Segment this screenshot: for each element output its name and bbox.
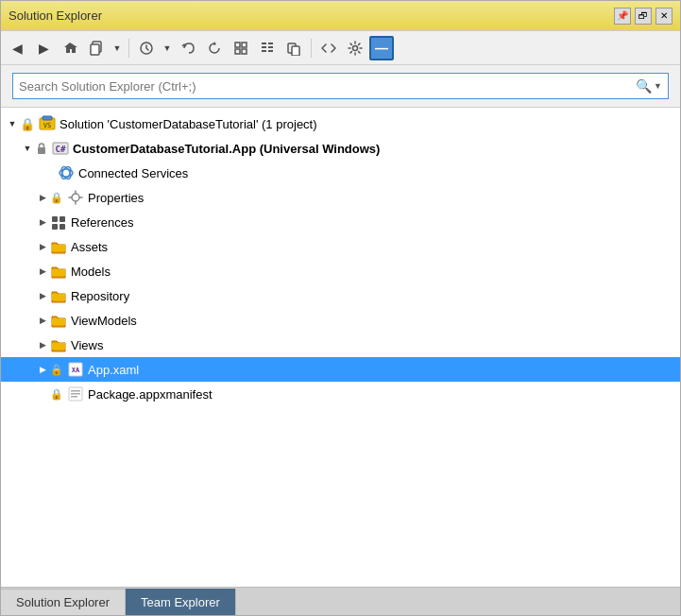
copy-dropdown-button[interactable]: ▼ [111, 36, 124, 60]
views-folder-icon [50, 336, 67, 353]
appxaml-label: App.xaml [88, 363, 139, 377]
tree-item-connected-services[interactable]: ▶ Connected Services [1, 161, 680, 185]
models-label: Models [71, 265, 111, 279]
appxaml-lock-icon: 🔒 [50, 364, 63, 376]
search-input[interactable] [19, 79, 636, 94]
forward-button[interactable]: ▶ [31, 36, 56, 60]
svg-rect-27 [60, 216, 65, 222]
history-dropdown-button[interactable]: ▼ [161, 36, 174, 60]
solution-root-item[interactable]: ▼ 🔒 VS Solution 'CustomerDatabaseTutoria… [1, 111, 680, 136]
collapse-button[interactable] [229, 36, 253, 60]
svg-rect-9 [268, 43, 273, 44]
refresh-button[interactable] [202, 36, 227, 60]
copy2-button[interactable] [281, 36, 306, 60]
svg-rect-5 [235, 49, 240, 54]
tree-item-viewmodels[interactable]: ▶ ViewModels [1, 308, 680, 333]
properties-expander[interactable]: ▶ [35, 190, 50, 205]
assets-folder-icon [50, 238, 67, 255]
undo-button[interactable] [176, 36, 200, 60]
search-icon[interactable]: 🔍 [636, 78, 652, 94]
assets-expander[interactable]: ▶ [35, 239, 50, 254]
models-expander[interactable]: ▶ [35, 264, 50, 279]
tree-item-packagemanifest[interactable]: ▶ 🔒 Package.appxmanifest [1, 382, 680, 406]
solution-explorer-window: Solution Explorer 📌 🗗 ✕ ◀ ▶ ▼ [0, 0, 681, 616]
connected-services-icon [58, 164, 75, 181]
properties-lock-icon: 🔒 [50, 192, 63, 204]
tree-item-views[interactable]: ▶ Views [1, 333, 680, 357]
search-dropdown-button[interactable]: ▼ [652, 81, 662, 91]
bottom-tabs: Solution Explorer Team Explorer [1, 587, 680, 615]
title-bar: Solution Explorer 📌 🗗 ✕ [1, 1, 680, 31]
filter-button[interactable] [255, 36, 280, 60]
tab-solution-explorer-label: Solution Explorer [16, 595, 110, 609]
solution-label: Solution 'CustomerDatabaseTutorial' (1 p… [60, 117, 317, 131]
code-button[interactable] [316, 36, 341, 60]
project-expander[interactable]: ▼ [20, 141, 35, 156]
assets-label: Assets [71, 240, 108, 254]
project-icon: C# [52, 140, 69, 157]
solution-lock-icon: 🔒 [20, 117, 35, 131]
svg-text:C#: C# [56, 145, 66, 154]
svg-rect-8 [262, 46, 266, 48]
properties-label: Properties [88, 191, 144, 205]
toolbar: ◀ ▶ ▼ ▼ [1, 31, 680, 65]
svg-rect-3 [235, 43, 240, 47]
toolbar-separator-1 [128, 39, 129, 58]
tree-item-repository[interactable]: ▶ Repository [1, 283, 680, 308]
svg-point-15 [353, 45, 358, 50]
active-button[interactable]: — [369, 36, 394, 60]
svg-rect-19 [38, 147, 45, 154]
tree-item-properties[interactable]: ▶ 🔒 Properties [1, 185, 680, 210]
tree-item-assets[interactable]: ▶ Assets [1, 234, 680, 259]
tree-item-references[interactable]: ▶ References [1, 210, 680, 234]
pin-button[interactable]: 📌 [614, 8, 631, 25]
project-item[interactable]: ▼ C# CustomerDatabaseTutorial.App (Unive… [1, 136, 680, 161]
search-bar: 🔍 ▼ [12, 73, 669, 99]
title-bar-text: Solution Explorer [9, 9, 614, 23]
tab-team-explorer[interactable]: Team Explorer [126, 589, 236, 615]
views-expander[interactable]: ▶ [35, 337, 50, 352]
svg-rect-11 [262, 50, 266, 52]
svg-rect-4 [242, 43, 247, 47]
close-button[interactable]: ✕ [655, 8, 672, 25]
tree-item-appxaml[interactable]: ▶ 🔒 XA App.xaml [1, 357, 680, 382]
search-container: 🔍 ▼ [1, 65, 680, 108]
svg-rect-14 [292, 46, 299, 56]
connected-services-label: Connected Services [78, 166, 188, 180]
svg-rect-28 [52, 224, 58, 230]
copy-button[interactable] [84, 36, 109, 60]
svg-rect-1 [91, 44, 99, 55]
svg-rect-7 [262, 43, 266, 44]
title-bar-controls: 📌 🗗 ✕ [614, 8, 672, 25]
settings-button[interactable] [343, 36, 367, 60]
home-button[interactable] [58, 36, 82, 60]
svg-text:VS: VS [43, 122, 51, 129]
views-label: Views [71, 338, 103, 352]
appxaml-expander[interactable]: ▶ [35, 362, 50, 377]
viewmodels-expander[interactable]: ▶ [35, 313, 50, 328]
packagemanifest-icon [67, 385, 84, 402]
svg-text:XA: XA [72, 367, 80, 374]
repository-expander[interactable]: ▶ [35, 288, 50, 303]
repository-folder-icon [50, 287, 67, 304]
references-expander[interactable]: ▶ [35, 214, 50, 230]
tree-item-models[interactable]: ▶ Models [1, 259, 680, 283]
tab-solution-explorer[interactable]: Solution Explorer [1, 589, 126, 615]
solution-icon: VS [39, 115, 56, 132]
references-icon [50, 214, 67, 231]
tab-team-explorer-label: Team Explorer [141, 595, 220, 609]
solution-expander[interactable]: ▼ [5, 116, 20, 131]
repository-label: Repository [71, 289, 129, 303]
viewmodels-label: ViewModels [71, 314, 137, 328]
restore-button[interactable]: 🗗 [635, 8, 652, 25]
back-button[interactable]: ◀ [5, 36, 29, 60]
references-label: References [71, 215, 133, 230]
svg-rect-10 [268, 46, 273, 48]
packagemanifest-label: Package.appxmanifest [88, 387, 213, 402]
appxaml-icon: XA [67, 361, 84, 378]
history-button[interactable] [134, 36, 159, 60]
svg-rect-35 [71, 396, 77, 398]
svg-rect-6 [242, 49, 247, 54]
packagemanifest-lock-icon: 🔒 [50, 388, 63, 401]
models-folder-icon [50, 263, 67, 280]
